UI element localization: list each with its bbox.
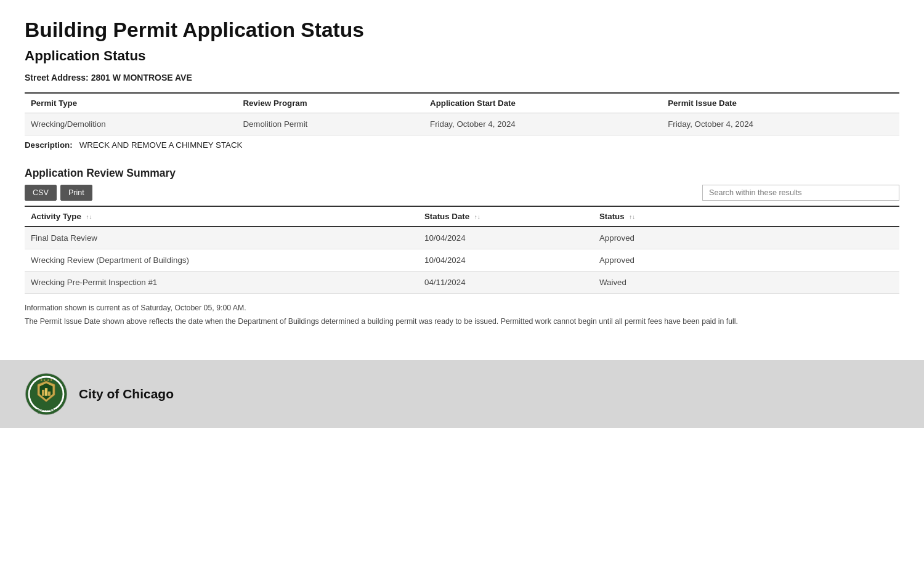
svg-text:4th MARCH 1837: 4th MARCH 1837 xyxy=(38,412,54,414)
city-seal-icon: ★ ★ ★ ★ INCORPORATED 4th MARCH 1837 xyxy=(25,373,68,416)
svg-text:INCORPORATED: INCORPORATED xyxy=(36,408,57,411)
table-row: Final Data Review10/04/2024Approved xyxy=(25,227,899,249)
status-cell: Waived xyxy=(593,272,899,294)
col-review-program: Review Program xyxy=(237,93,424,113)
toolbar: CSV Print xyxy=(25,185,899,201)
activity-type-cell: Final Data Review xyxy=(25,227,418,249)
review-summary-title: Application Review Summary xyxy=(25,167,899,180)
status-date-cell: 04/11/2024 xyxy=(418,272,593,294)
section-title: Application Status xyxy=(25,48,899,64)
print-button[interactable]: Print xyxy=(60,185,92,201)
svg-rect-6 xyxy=(48,392,51,396)
status-date-cell: 10/04/2024 xyxy=(418,227,593,249)
description-value: WRECK AND REMOVE A CHIMNEY STACK xyxy=(79,140,243,150)
permit-issue-date-value: Friday, October 4, 2024 xyxy=(662,113,899,135)
permit-table: Permit Type Review Program Application S… xyxy=(25,92,899,135)
sort-status-icon[interactable]: ↑↓ xyxy=(629,214,635,220)
street-value: 2801 W MONTROSE AVE xyxy=(91,73,192,83)
svg-text:★ ★ ★ ★: ★ ★ ★ ★ xyxy=(40,379,53,382)
col-permit-type: Permit Type xyxy=(25,93,237,113)
permit-type-value: Wrecking/Demolition xyxy=(25,113,237,135)
col-permit-issue-date: Permit Issue Date xyxy=(662,93,899,113)
toolbar-left: CSV Print xyxy=(25,185,92,201)
review-program-value: Demolition Permit xyxy=(237,113,424,135)
csv-button[interactable]: CSV xyxy=(25,185,57,201)
permit-row: Wrecking/Demolition Demolition Permit Fr… xyxy=(25,113,899,135)
svg-rect-5 xyxy=(42,390,44,396)
col-status-date: Status Date ↑↓ xyxy=(418,206,593,227)
description-label: Description: xyxy=(25,140,73,150)
col-app-start-date: Application Start Date xyxy=(424,93,662,113)
activity-type-cell: Wrecking Pre-Permit Inspection #1 xyxy=(25,272,418,294)
activity-type-cell: Wrecking Review (Department of Buildings… xyxy=(25,249,418,272)
sort-date-icon[interactable]: ↑↓ xyxy=(474,214,480,220)
review-table: Activity Type ↑↓ Status Date ↑↓ Status ↑… xyxy=(25,206,899,294)
table-row: Wrecking Review (Department of Buildings… xyxy=(25,249,899,272)
status-cell: Approved xyxy=(593,249,899,272)
status-cell: Approved xyxy=(593,227,899,249)
description-row: Description: WRECK AND REMOVE A CHIMNEY … xyxy=(25,135,899,156)
svg-rect-7 xyxy=(45,388,47,396)
search-input[interactable] xyxy=(702,185,899,201)
footer: ★ ★ ★ ★ INCORPORATED 4th MARCH 1837 City… xyxy=(0,360,924,428)
sort-activity-icon[interactable]: ↑↓ xyxy=(86,214,92,220)
col-activity-type: Activity Type ↑↓ xyxy=(25,206,418,227)
street-label: Street Address: xyxy=(25,73,89,83)
col-status: Status ↑↓ xyxy=(593,206,899,227)
table-row: Wrecking Pre-Permit Inspection #104/11/2… xyxy=(25,272,899,294)
info-text-1: Information shown is current as of Satur… xyxy=(25,304,899,312)
page-title: Building Permit Application Status xyxy=(25,18,899,42)
info-text-2: The Permit Issue Date shown above reflec… xyxy=(25,317,899,326)
status-date-cell: 10/04/2024 xyxy=(418,249,593,272)
app-start-date-value: Friday, October 4, 2024 xyxy=(424,113,662,135)
street-address: Street Address: 2801 W MONTROSE AVE xyxy=(25,73,899,83)
footer-city-name: City of Chicago xyxy=(79,387,174,401)
